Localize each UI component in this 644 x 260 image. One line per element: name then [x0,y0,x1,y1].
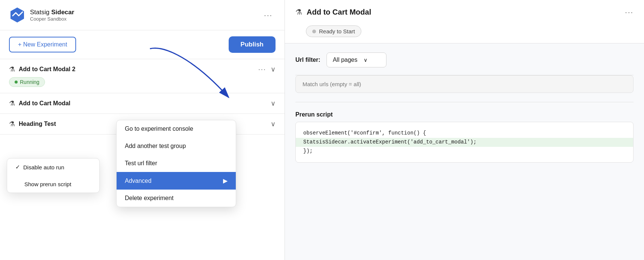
expand-button[interactable]: ∨ [271,120,276,128]
code-block: observeElement('#confirm', function() { … [295,122,634,163]
prerun-script-section: Prerun script observeElement('#confirm',… [295,111,634,163]
experiment-header: ⚗ Add to Cart Modal ∨ [9,99,276,108]
experiment-menu-button[interactable]: ··· [258,66,266,73]
experiment-controls: ∨ [271,99,276,108]
show-prerun-script-item[interactable]: Show prerun script [7,176,99,193]
experiment-item: ⚗ Add to Cart Modal 2 ··· ∨ Running [0,59,285,93]
context-menu: Go to experiment console Add another tes… [116,120,236,207]
experiment-name: Add to Cart Modal 2 [19,66,75,73]
new-experiment-button[interactable]: + New Experiment [9,37,76,52]
experiment-item: ⚗ Add to Cart Modal ∨ [0,93,285,114]
code-line-2: StatsisSidecar.activateExperiment('add_t… [296,138,633,147]
experiment-title-row: ⚗ Heading Test [9,120,56,128]
beaker-icon: ⚗ [9,120,15,128]
url-match-input[interactable] [295,75,634,93]
status-ready-badge: Ready to Start [295,21,634,37]
right-panel: ⚗ Add to Cart Modal ··· Ready to Start U… [285,0,644,260]
beaker-icon-right: ⚗ [295,7,302,16]
url-match-section [295,75,634,102]
right-body: Url filter: All pages ∨ Prerun script ob… [285,43,644,172]
right-title-row: ⚗ Add to Cart Modal [295,7,371,16]
left-panel: Statsig Sidecar Cooper Sandbox ··· + New… [0,0,285,260]
app-header: Statsig Sidecar Cooper Sandbox ··· [0,0,285,30]
left-overflow-menu: ✓ Disable auto run Show prerun script [7,158,100,193]
right-panel-title: Add to Cart Modal [307,8,371,16]
brand: Statsig Sidecar Cooper Sandbox [9,7,74,23]
chevron-down-icon: ∨ [364,57,367,63]
right-panel-menu-button[interactable]: ··· [625,8,634,16]
experiment-title-row: ⚗ Add to Cart Modal 2 [9,65,75,73]
status-dot [15,81,18,84]
logo-icon [9,7,25,23]
publish-button[interactable]: Publish [229,36,276,53]
checkmark-icon: ✓ [15,164,20,170]
brand-text: Statsig Sidecar Cooper Sandbox [30,9,74,22]
submenu-arrow-icon: ▶ [223,177,228,184]
beaker-icon: ⚗ [9,65,15,73]
status-dot-gray [312,30,316,33]
expand-button[interactable]: ∨ [271,65,276,73]
experiment-name: Heading Test [19,121,56,127]
experiment-header: ⚗ Add to Cart Modal 2 ··· ∨ [9,65,276,73]
experiment-controls: ∨ [271,120,276,128]
add-test-group-item[interactable]: Add another test group [117,137,236,155]
right-header-top: ⚗ Add to Cart Modal ··· [295,7,634,16]
expand-button[interactable]: ∨ [271,99,276,108]
url-filter-select[interactable]: All pages ∨ [326,52,386,67]
right-header: ⚗ Add to Cart Modal ··· Ready to Start [285,0,644,43]
experiment-controls: ··· ∨ [258,65,276,73]
code-line-3: }); [303,147,626,156]
url-filter-row: Url filter: All pages ∨ [295,52,634,75]
advanced-item[interactable]: Advanced ▶ [117,172,236,190]
disable-auto-run-item[interactable]: ✓ Disable auto run [7,158,99,176]
experiment-title-row: ⚗ Add to Cart Modal [9,99,70,108]
brand-name: Statsig Sidecar [30,9,74,16]
code-line-1: observeElement('#confirm', function() { [303,129,626,138]
status-badge: Running [9,77,45,87]
experiment-name: Add to Cart Modal [19,100,70,107]
test-url-filter-item[interactable]: Test url filter [117,155,236,172]
toolbar: + New Experiment Publish [0,30,285,59]
go-to-console-item[interactable]: Go to experiment console [117,120,236,137]
brand-subtitle: Cooper Sandbox [30,16,74,22]
header-menu-button[interactable]: ··· [261,9,276,21]
beaker-icon: ⚗ [9,99,15,108]
delete-experiment-item[interactable]: Delete experiment [117,190,236,207]
